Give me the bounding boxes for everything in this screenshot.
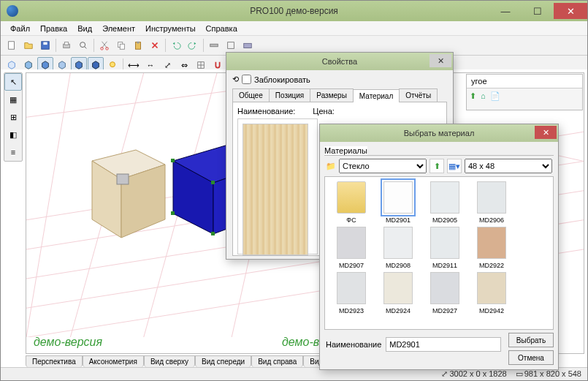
preview-icon[interactable] <box>75 37 91 53</box>
material-item[interactable]: MD2924 <box>376 272 420 314</box>
thumb-size-select[interactable]: 48 x 48 <box>465 159 552 173</box>
menu-file[interactable]: Файл <box>5 23 35 34</box>
object-cabinet-wood[interactable] <box>85 139 172 241</box>
folder-select[interactable]: Стекло <box>339 159 427 173</box>
print-icon[interactable] <box>58 37 75 53</box>
lock-checkbox[interactable] <box>242 75 251 84</box>
svg-rect-2 <box>43 42 47 45</box>
tab-perspective[interactable]: Перспектива <box>26 355 83 367</box>
material-item-label: ФС <box>329 216 373 224</box>
svg-line-22 <box>26 73 70 337</box>
svg-rect-0 <box>9 42 15 50</box>
tool-icon[interactable] <box>206 37 222 53</box>
vtool5-icon[interactable]: ≡ <box>4 143 22 161</box>
properties-title[interactable]: Свойства ✕ <box>226 53 453 70</box>
tool3-icon[interactable] <box>240 37 256 53</box>
menu-view[interactable]: Вид <box>72 23 97 34</box>
menu-tools[interactable]: Инструменты <box>140 23 201 34</box>
material-grid[interactable]: ФСMD2901MD2905MD2906MD2907MD2908MD2911MD… <box>324 176 554 330</box>
material-picker-dialog[interactable]: Выбрать материал ✕ Материалы 📁 Стекло ⬆ … <box>319 124 559 370</box>
redo-icon[interactable] <box>185 37 201 53</box>
ptab-size[interactable]: Размеры <box>310 88 354 102</box>
material-item-label: MD2922 <box>470 262 513 269</box>
svg-rect-40 <box>211 181 215 184</box>
svg-rect-37 <box>171 159 175 162</box>
cut-icon[interactable] <box>96 37 112 53</box>
vtool2-icon[interactable]: ▦ <box>4 91 22 108</box>
material-picker-close-button[interactable]: ✕ <box>535 126 557 139</box>
material-item[interactable]: MD2907 <box>329 227 373 269</box>
svg-point-16 <box>110 62 115 67</box>
tab-right[interactable]: Вид справа <box>251 355 303 367</box>
ptab-material[interactable]: Материал <box>353 89 400 102</box>
save-icon[interactable] <box>37 37 53 53</box>
material-item[interactable]: MD2922 <box>470 227 513 269</box>
close-button[interactable]: ✕ <box>554 3 587 19</box>
material-item[interactable]: MD2942 <box>470 272 513 314</box>
vtool4-icon[interactable]: ◧ <box>4 126 22 143</box>
tab-front[interactable]: Вид спереди <box>195 355 251 367</box>
menu-edit[interactable]: Правка <box>35 23 72 34</box>
new-icon[interactable] <box>4 37 20 53</box>
menu-help[interactable]: Справка <box>201 23 243 34</box>
material-item[interactable]: MD2923 <box>329 272 373 314</box>
svg-rect-12 <box>137 42 140 44</box>
material-price-label: Цена: <box>313 107 335 116</box>
svg-rect-15 <box>244 43 252 48</box>
tab-top[interactable]: Вид сверху <box>144 355 195 367</box>
material-item[interactable]: MD2906 <box>470 181 513 224</box>
copy-icon[interactable] <box>113 37 129 53</box>
maximize-button[interactable]: ☐ <box>522 3 554 19</box>
select-button[interactable]: Выбрать <box>508 333 554 347</box>
material-item-label: MD2907 <box>329 262 373 269</box>
materials-tab[interactable]: Материалы <box>324 146 367 155</box>
sidebar-list-icon[interactable]: 📄 <box>490 91 500 101</box>
material-preview[interactable] <box>243 124 308 255</box>
ptab-reports[interactable]: Отчёты <box>399 88 438 102</box>
material-name-input[interactable] <box>386 337 501 352</box>
vtool3-icon[interactable]: ⊞ <box>4 108 22 126</box>
material-item-label: MD2924 <box>376 307 420 314</box>
svg-rect-41 <box>171 211 175 215</box>
material-item[interactable]: MD2911 <box>423 227 467 269</box>
paste-icon[interactable] <box>130 37 146 53</box>
cancel-button[interactable]: Отмена <box>508 350 554 365</box>
tab-axon[interactable]: Аксонометрия <box>83 355 144 367</box>
status-dims: 981 x 820 x 548 <box>524 369 581 378</box>
svg-rect-13 <box>210 44 218 47</box>
menu-element[interactable]: Элемент <box>97 23 140 34</box>
svg-rect-14 <box>228 42 234 49</box>
material-item-label: MD2911 <box>423 262 467 269</box>
material-item-label: MD2901 <box>376 216 420 224</box>
undo-icon[interactable] <box>168 37 184 53</box>
material-item[interactable]: MD2901 <box>376 181 420 224</box>
property-tabs: Общее Позиция Размеры Материал Отчёты <box>232 88 447 102</box>
sidebar-tab[interactable]: угое <box>467 75 582 88</box>
menu-bar: Файл Правка Вид Элемент Инструменты Спра… <box>1 21 587 36</box>
open-icon[interactable] <box>20 37 37 53</box>
pointer-icon[interactable]: ↖ <box>4 73 22 91</box>
material-picker-title[interactable]: Выбрать материал ✕ <box>320 124 558 142</box>
properties-close-button[interactable]: ✕ <box>429 54 451 67</box>
sidebar-home-icon[interactable]: ⌂ <box>481 91 486 101</box>
svg-rect-4 <box>64 42 68 45</box>
svg-line-6 <box>85 47 87 49</box>
ptab-general[interactable]: Общее <box>232 88 270 102</box>
sidebar-up-icon[interactable]: ⬆ <box>470 91 476 101</box>
material-item[interactable]: MD2905 <box>423 181 467 224</box>
material-item[interactable]: MD2908 <box>376 227 420 269</box>
material-item-label: MD2927 <box>423 307 467 314</box>
up-folder-icon[interactable]: ⬆ <box>429 159 444 173</box>
folder-icon: 📁 <box>326 162 336 171</box>
view-mode-icon[interactable]: ▦▾ <box>447 159 462 173</box>
rotate-handle-icon[interactable]: ⟲ <box>232 75 239 84</box>
minimize-button[interactable]: — <box>489 3 522 19</box>
tool2-icon[interactable] <box>223 37 239 53</box>
delete-icon[interactable] <box>147 37 163 53</box>
window-title: PRO100 демо-версия <box>250 6 338 16</box>
material-item[interactable]: MD2927 <box>423 272 467 314</box>
dims-icon: ▭ <box>516 369 523 379</box>
material-item[interactable]: ФС <box>329 181 373 224</box>
coords-icon: ⤢ <box>441 369 448 379</box>
ptab-position[interactable]: Позиция <box>269 88 311 102</box>
